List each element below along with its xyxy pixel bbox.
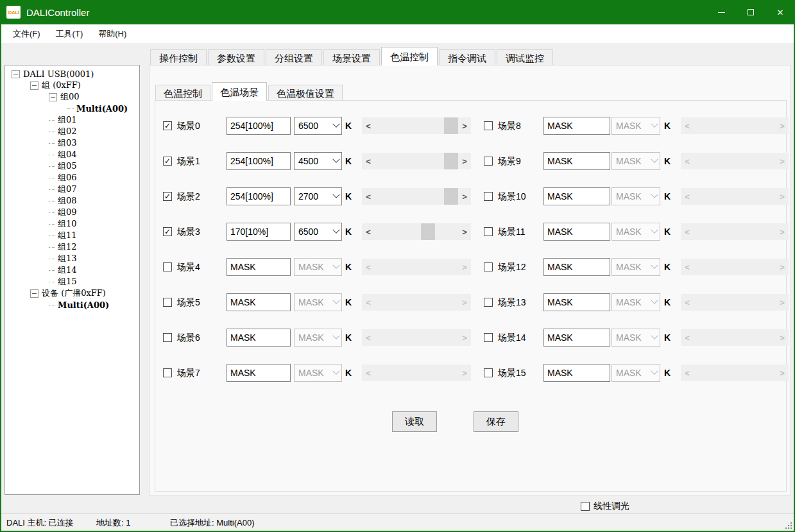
scene-temp-scrollbar[interactable]: < >: [362, 117, 471, 134]
scene-level-input[interactable]: [227, 293, 291, 311]
scene-temp-dropdown[interactable]: MASK: [294, 293, 342, 311]
scene-temp-scrollbar[interactable]: < >: [362, 329, 471, 346]
scene-temp-dropdown[interactable]: MASK: [611, 293, 660, 311]
scroll-right-icon[interactable]: >: [776, 298, 789, 307]
scroll-left-icon[interactable]: <: [681, 121, 694, 131]
tab-param-setup[interactable]: 参数设置: [208, 49, 264, 65]
scroll-track[interactable]: [694, 329, 776, 346]
tree-item[interactable]: DALI USB(0001): [5, 68, 139, 80]
scene-level-input[interactable]: [227, 223, 291, 241]
scroll-left-icon[interactable]: <: [362, 227, 375, 237]
tree-item[interactable]: 组04: [5, 149, 139, 160]
scene-checkbox[interactable]: [163, 262, 172, 271]
tree-collapse-icon[interactable]: [30, 82, 38, 90]
tree-item[interactable]: 组01: [5, 114, 139, 126]
tree-item[interactable]: 组09: [5, 207, 139, 218]
scroll-left-icon[interactable]: <: [362, 368, 375, 378]
scroll-track[interactable]: [375, 223, 458, 240]
scroll-track[interactable]: [375, 259, 458, 275]
scroll-right-icon[interactable]: >: [776, 121, 789, 131]
scene-level-input[interactable]: [543, 258, 610, 276]
tab-group-setup[interactable]: 分组设置: [266, 49, 322, 65]
scroll-track[interactable]: [694, 153, 776, 169]
tree-item[interactable]: 组08: [5, 195, 139, 207]
tree-item[interactable]: 组12: [5, 241, 139, 253]
scene-level-input[interactable]: [227, 187, 291, 205]
scroll-left-icon[interactable]: <: [362, 157, 375, 166]
tree-item[interactable]: 组15: [5, 276, 139, 287]
tree-item[interactable]: 组13: [5, 253, 139, 264]
scene-checkbox[interactable]: [484, 262, 493, 271]
save-button[interactable]: 保存: [474, 411, 518, 432]
tree-item[interactable]: 组00: [5, 91, 139, 103]
scene-temp-scrollbar[interactable]: < >: [362, 365, 471, 381]
scroll-right-icon[interactable]: >: [458, 227, 471, 237]
menu-item-help[interactable]: 帮助(H): [90, 25, 134, 43]
subtab-ct-scene[interactable]: 色温场景: [212, 82, 267, 101]
scroll-right-icon[interactable]: >: [458, 157, 471, 166]
scene-level-input[interactable]: [227, 364, 291, 382]
scroll-track[interactable]: [375, 117, 458, 134]
scroll-right-icon[interactable]: >: [458, 298, 471, 307]
scene-checkbox[interactable]: [484, 121, 493, 130]
tree-item[interactable]: 组14: [5, 264, 139, 276]
scene-temp-dropdown[interactable]: MASK: [294, 329, 342, 347]
scene-level-input[interactable]: [543, 329, 610, 347]
scene-temp-dropdown[interactable]: MASK: [611, 364, 660, 382]
scroll-left-icon[interactable]: <: [681, 298, 694, 307]
scroll-right-icon[interactable]: >: [458, 333, 471, 343]
scroll-left-icon[interactable]: <: [362, 298, 375, 307]
scroll-left-icon[interactable]: <: [681, 157, 694, 166]
scene-level-input[interactable]: [227, 258, 291, 276]
scene-level-input[interactable]: [227, 152, 291, 170]
scene-checkbox[interactable]: ✓: [163, 121, 172, 130]
scene-checkbox[interactable]: [484, 192, 493, 201]
scene-temp-scrollbar[interactable]: < >: [362, 188, 471, 205]
scroll-track[interactable]: [375, 365, 458, 381]
scene-temp-scrollbar[interactable]: < >: [362, 223, 471, 240]
scroll-left-icon[interactable]: <: [681, 333, 694, 343]
scroll-right-icon[interactable]: >: [776, 157, 789, 166]
scene-temp-scrollbar[interactable]: < >: [681, 259, 789, 275]
scroll-track[interactable]: [694, 117, 776, 134]
scroll-track[interactable]: [694, 294, 776, 311]
resize-grip-icon[interactable]: [785, 522, 792, 529]
scene-temp-scrollbar[interactable]: < >: [681, 223, 789, 240]
tab-color-temp[interactable]: 色温控制: [381, 47, 438, 65]
scene-level-input[interactable]: [543, 152, 610, 170]
scene-temp-scrollbar[interactable]: < >: [681, 294, 789, 311]
scroll-right-icon[interactable]: >: [458, 121, 471, 131]
minimize-button[interactable]: [706, 0, 736, 24]
scroll-track[interactable]: [375, 188, 458, 205]
scroll-right-icon[interactable]: >: [458, 262, 471, 272]
scroll-track[interactable]: [694, 259, 776, 275]
scene-temp-dropdown[interactable]: MASK: [611, 152, 660, 170]
read-button[interactable]: 读取: [392, 411, 437, 432]
scene-temp-dropdown[interactable]: MASK: [294, 258, 342, 276]
tree-item[interactable]: 组 (0xFF): [5, 80, 139, 91]
scene-checkbox[interactable]: ✓: [163, 157, 172, 166]
scene-checkbox[interactable]: [163, 298, 172, 307]
tree-item[interactable]: 组06: [5, 172, 139, 184]
tab-op-control[interactable]: 操作控制: [150, 49, 207, 65]
scroll-left-icon[interactable]: <: [681, 227, 694, 237]
scene-temp-dropdown[interactable]: 6500: [294, 223, 342, 241]
tree-collapse-icon[interactable]: [30, 289, 38, 298]
scroll-thumb[interactable]: [444, 117, 458, 134]
scene-temp-scrollbar[interactable]: < >: [681, 117, 789, 134]
tree-item[interactable]: 组02: [5, 126, 139, 137]
scroll-left-icon[interactable]: <: [681, 368, 694, 378]
menu-item-file[interactable]: 文件(F): [5, 25, 48, 43]
scroll-thumb[interactable]: [444, 188, 458, 205]
scene-level-input[interactable]: [543, 223, 610, 241]
scroll-track[interactable]: [694, 365, 776, 381]
scene-temp-dropdown[interactable]: MASK: [611, 117, 660, 135]
scene-temp-dropdown[interactable]: 2700: [294, 187, 342, 205]
scene-checkbox[interactable]: ✓: [163, 192, 172, 201]
tab-debug-monitor[interactable]: 调试监控: [497, 49, 553, 65]
scroll-right-icon[interactable]: >: [776, 192, 789, 202]
scene-temp-dropdown[interactable]: 4500: [294, 152, 342, 170]
tab-cmd-debug[interactable]: 指令调试: [439, 49, 495, 65]
tree-item[interactable]: 组05: [5, 160, 139, 172]
scroll-right-icon[interactable]: >: [458, 368, 471, 378]
